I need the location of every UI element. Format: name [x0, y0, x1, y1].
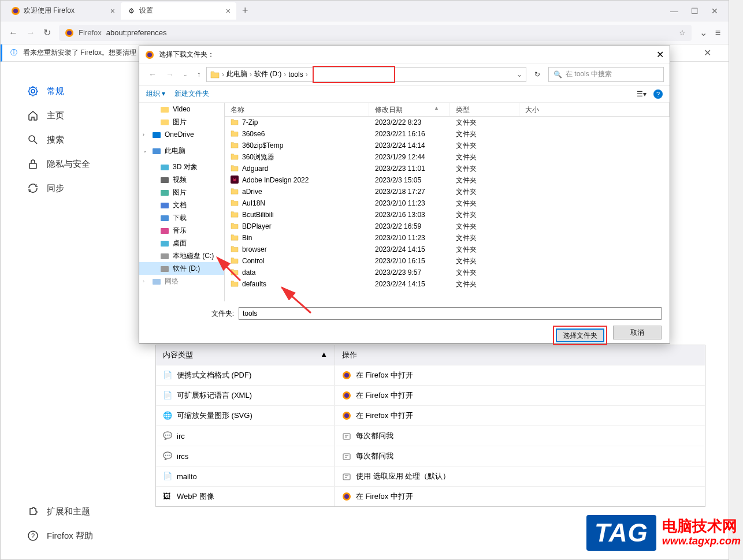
list-row[interactable]: Control2023/2/10 16:15文件夹 [225, 255, 670, 267]
back-button[interactable]: ← [9, 28, 18, 38]
new-tab-button[interactable]: + [236, 5, 254, 17]
sidebar-item-privacy[interactable]: 隐私与安全 [1, 152, 132, 176]
tree-item[interactable]: 软件 (D:) [139, 262, 224, 275]
close-icon[interactable]: ✕ [656, 49, 664, 60]
file-date: 2023/2/24 14:15 [369, 245, 450, 253]
file-name: BDPlayer [242, 222, 272, 230]
tree-item[interactable]: ›网络 [139, 275, 224, 288]
tab-welcome[interactable]: 欢迎使用 Firefox × [5, 2, 121, 20]
recent-button[interactable]: ⌄ [180, 72, 191, 77]
help-icon[interactable]: ? [653, 89, 663, 99]
maximize-button[interactable]: ☐ [691, 6, 699, 16]
chevron-down-icon[interactable]: ⌄ [517, 70, 522, 79]
close-button[interactable]: ✕ [711, 6, 718, 16]
tree-icon [152, 277, 161, 285]
tree-item[interactable]: ›OneDrive [139, 128, 224, 141]
reload-button[interactable]: ↻ [43, 27, 51, 38]
tree-item[interactable]: ⌄此电脑 [139, 144, 224, 157]
sidebar-item-search[interactable]: 搜索 [1, 128, 132, 152]
close-icon[interactable]: ✕ [704, 47, 711, 58]
list-row[interactable]: 360zip$Temp2023/2/24 14:14文件夹 [225, 140, 670, 151]
folder-icon: Id [231, 176, 239, 185]
menu-icon[interactable]: ≡ [715, 28, 720, 38]
table-row[interactable]: 💬irc每次都问我 [156, 425, 705, 446]
svg-text:?: ? [31, 532, 35, 539]
close-icon[interactable]: × [226, 6, 231, 16]
svg-point-18 [344, 494, 349, 499]
file-date: 2023/2/10 11:23 [369, 234, 450, 242]
pocket-icon[interactable]: ⌄ [700, 27, 707, 38]
select-folder-button[interactable]: 选择文件夹 [556, 328, 604, 342]
file-name: browser [242, 245, 267, 253]
path-drive[interactable]: 软件 (D:) [254, 69, 281, 79]
folder-icon [231, 118, 239, 127]
folder-input[interactable] [239, 307, 662, 320]
table-row[interactable]: 📄mailto使用 选取应用 处理（默认） [156, 466, 705, 486]
back-button[interactable]: ← [145, 70, 160, 79]
forward-button[interactable]: → [162, 70, 177, 79]
tree-item[interactable]: 文档 [139, 199, 224, 211]
forward-button[interactable]: → [26, 28, 35, 38]
table-row[interactable]: 🌐可缩放矢量图形 (SVG)在 Firefox 中打开 [156, 405, 705, 425]
table-row[interactable]: 📄可扩展标记语言 (XML)在 Firefox 中打开 [156, 385, 705, 405]
tree-item[interactable]: 音乐 [139, 224, 224, 237]
up-button[interactable]: ↑ [194, 70, 204, 79]
list-row[interactable]: 360se62023/2/21 16:16文件夹 [225, 128, 670, 140]
address-bar: ← → ↻ Firefox about:preferences ☆ ⌄ ≡ [1, 21, 729, 44]
cancel-button[interactable]: 取消 [613, 326, 662, 339]
table-row[interactable]: 📄便携式文档格式 (PDF)在 Firefox 中打开 [156, 365, 705, 385]
list-row[interactable]: BcutBilibili2023/2/16 13:03文件夹 [225, 209, 670, 221]
tree-item[interactable]: Video [139, 103, 224, 115]
list-row[interactable]: Bin2023/2/10 11:23文件夹 [225, 232, 670, 244]
list-row[interactable]: 7-Zip2023/2/22 8:23文件夹 [225, 117, 670, 128]
tree-item[interactable]: 图片 [139, 115, 224, 128]
column-size[interactable]: 大小 [519, 103, 670, 116]
newfolder-button[interactable]: 新建文件夹 [174, 89, 209, 99]
list-row[interactable]: AuI18N2023/2/10 11:23文件夹 [225, 197, 670, 209]
dialog-titlebar: 选择下载文件夹： ✕ [139, 46, 670, 64]
table-row[interactable]: 💬ircs每次都问我 [156, 446, 705, 466]
tree-label: Video [173, 105, 190, 113]
folder-tree: Video图片›OneDrive⌄此电脑3D 对象视频图片文档下载音乐桌面本地磁… [139, 103, 225, 301]
tree-item[interactable]: 桌面 [139, 237, 224, 249]
tree-item[interactable]: 本地磁盘 (C:) [139, 249, 224, 262]
organize-button[interactable]: 组织 ▾ [146, 89, 165, 99]
url-input[interactable]: Firefox about:preferences ☆ [59, 25, 692, 41]
list-row[interactable]: IdAdobe InDesign 20222023/2/3 15:05文件夹 [225, 174, 670, 186]
column-name[interactable]: 名称▲ [225, 103, 369, 116]
sidebar-item-help[interactable]: ? Firefox 帮助 [1, 524, 132, 548]
tree-item[interactable]: 3D 对象 [139, 160, 224, 173]
list-row[interactable]: BDPlayer2023/2/2 16:59文件夹 [225, 221, 670, 232]
path-breadcrumb[interactable]: › 此电脑 › 软件 (D:) › tools › ⌄ [206, 67, 526, 82]
list-row[interactable]: data2023/2/23 9:57文件夹 [225, 267, 670, 278]
file-type-icon: 💬 [163, 431, 172, 440]
tree-item[interactable]: 下载 [139, 211, 224, 224]
bookmark-icon[interactable]: ☆ [679, 28, 686, 37]
list-row[interactable]: defaults2023/2/24 14:15文件夹 [225, 278, 670, 290]
close-icon[interactable]: × [110, 6, 115, 16]
sidebar-item-extensions[interactable]: 扩展和主题 [1, 499, 132, 524]
list-row[interactable]: Adguard2023/2/23 11:01文件夹 [225, 163, 670, 174]
table-row[interactable]: 🖼WebP 图像在 Firefox 中打开 [156, 486, 705, 506]
list-row[interactable]: aDrive2023/2/18 17:27文件夹 [225, 186, 670, 197]
sidebar-item-home[interactable]: 主页 [1, 103, 132, 128]
sidebar-item-sync[interactable]: 同步 [1, 176, 132, 200]
tab-settings[interactable]: ⚙ 设置 × [121, 2, 236, 20]
folder-icon [231, 234, 239, 242]
path-pc[interactable]: 此电脑 [226, 69, 247, 79]
sidebar-item-general[interactable]: 常规 [1, 79, 132, 103]
view-button[interactable]: ☰▾ [637, 90, 647, 98]
file-type: 文件夹 [450, 199, 519, 208]
minimize-button[interactable]: — [670, 6, 678, 16]
refresh-button[interactable]: ↻ [529, 70, 546, 79]
list-row[interactable]: 360浏览器2023/1/29 12:44文件夹 [225, 151, 670, 163]
tree-item[interactable]: 图片 [139, 186, 224, 199]
svg-point-11 [344, 393, 349, 398]
watermark-text: 电脑技术网 [662, 518, 741, 535]
list-row[interactable]: browser2023/2/24 14:15文件夹 [225, 244, 670, 255]
path-folder[interactable]: tools [288, 70, 303, 79]
search-input[interactable]: 🔍 在 tools 中搜索 [548, 67, 664, 82]
tree-item[interactable]: 视频 [139, 173, 224, 186]
column-type[interactable]: 类型 [450, 103, 519, 116]
action-icon [342, 371, 351, 380]
